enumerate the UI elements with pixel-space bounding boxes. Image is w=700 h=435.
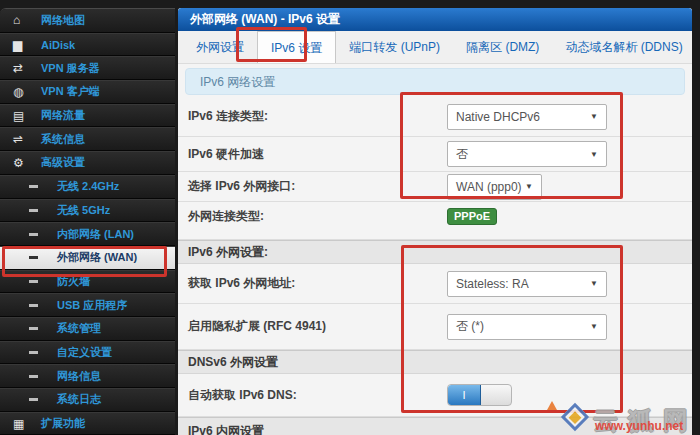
sidebar-item-label: 系统日志 [57, 392, 101, 407]
sidebar-item-system-log[interactable]: 系统日志 [0, 388, 175, 412]
chevron-down-icon: ▼ [590, 112, 598, 121]
select-value: 否 [456, 146, 468, 163]
field-row-wan-connection-type: 外网连接类型: PPPoE [178, 202, 692, 240]
dash-icon [29, 280, 38, 283]
field-label: IPv6 硬件加速 [188, 146, 447, 163]
dash-icon [29, 327, 38, 330]
field-label: 启用隐私扩展 (RFC 4941) [188, 318, 447, 335]
ipv6-hw-acceleration-select[interactable]: 否 ▼ [447, 141, 607, 167]
watermark: 云狐网 www.yunhu.net [559, 407, 698, 433]
triangle-icon [547, 401, 557, 410]
select-value: 否 (*) [456, 318, 484, 335]
sidebar-item-network-info[interactable]: 网络信息 [0, 364, 175, 388]
sidebar-item-system-info[interactable]: ⇌ 系统信息 [0, 127, 175, 151]
grid-icon: ▦ [13, 418, 41, 430]
sidebar-item-custom-settings[interactable]: 自定义设置 [0, 341, 175, 365]
watermark-url: www.yunhu.net [595, 419, 683, 433]
disk-icon: ▆ [13, 39, 41, 51]
chevron-down-icon: ▼ [590, 322, 598, 331]
sidebar-item-label: USB 应用程序 [57, 298, 127, 313]
field-label: IPv6 连接类型: [188, 108, 447, 125]
wrench-icon: ⚙ [13, 157, 41, 169]
sidebar-item-label: 扩展功能 [41, 416, 85, 431]
field-row-ipv6-hw-acceleration: IPv6 硬件加速 否 ▼ [178, 137, 692, 172]
select-value: Stateless: RA [456, 277, 529, 291]
settings-content: IPv6 网络设置 IPv6 连接类型: Native DHCPv6 ▼ IPv… [178, 64, 692, 435]
section-banner-ipv6-network: IPv6 网络设置 [185, 68, 685, 95]
home-icon: ⌂ [13, 14, 41, 26]
chevron-down-icon: ▼ [525, 182, 533, 191]
sidebar-item-vpn-client[interactable]: ◍ VPN 客户端 [0, 80, 175, 104]
auto-ipv6-dns-toggle[interactable]: I [447, 384, 512, 406]
field-label: 获取 IPv6 外网地址: [188, 275, 447, 292]
sidebar-item-system-admin[interactable]: 系统管理 [0, 317, 175, 341]
sidebar-item-label: 无线 2.4GHz [57, 179, 119, 194]
dash-icon [29, 304, 38, 307]
sidebar-item-label: 网络信息 [57, 369, 101, 384]
shuffle-icon: ⇌ [13, 133, 41, 145]
field-label: 外网连接类型: [188, 208, 447, 225]
sidebar-item-label: 系统管理 [57, 321, 101, 336]
dash-icon [29, 398, 38, 401]
sidebar-item-wireless-24ghz[interactable]: 无线 2.4GHz [0, 175, 175, 199]
sidebar-item-label: 系统信息 [41, 132, 85, 147]
field-row-ipv6-connection-type: IPv6 连接类型: Native DHCPv6 ▼ [178, 97, 692, 137]
sidebar-item-label: 自定义设置 [57, 345, 112, 360]
page-title: 外部网络 (WAN) - IPv6 设置 [178, 8, 692, 31]
sidebar-item-label: 网络流量 [41, 108, 85, 123]
tab-port-forwarding-upnp[interactable]: 端口转发 (UPnP) [336, 31, 453, 63]
sidebar-item-label: VPN 客户端 [41, 84, 100, 99]
sidebar-item-wireless-5ghz[interactable]: 无线 5GHz [0, 199, 175, 223]
tab-ipv6-settings[interactable]: IPv6 设置 [257, 31, 336, 63]
tab-ddns[interactable]: 动态域名解析 (DDNS) [552, 31, 692, 63]
bars-icon: ▤ [13, 110, 41, 122]
field-row-privacy-extension: 启用隐私扩展 (RFC 4941) 否 (*) ▼ [178, 304, 692, 350]
main-panel: 外部网络 (WAN) - IPv6 设置 外网设置 IPv6 设置 端口转发 (… [178, 8, 692, 435]
sidebar-item-aidisk[interactable]: ▆ AiDisk [0, 33, 175, 57]
sidebar-item-usb-apps[interactable]: USB 应用程序 [0, 293, 175, 317]
watermark-logo-icon [561, 403, 589, 431]
globe-icon: ◍ [13, 86, 41, 98]
dash-icon [29, 351, 38, 354]
ipv6-wan-address-select[interactable]: Stateless: RA ▼ [447, 271, 607, 297]
dash-icon [29, 375, 38, 378]
sidebar: ⌂ 网络地图 ▆ AiDisk ⇄ VPN 服务器 ◍ VPN 客户端 ▤ 网络… [0, 8, 175, 435]
tab-wan-settings[interactable]: 外网设置 [183, 31, 257, 63]
sidebar-item-label: 高级设置 [41, 155, 85, 170]
sidebar-item-label: 网络地图 [41, 13, 85, 28]
sidebar-item-label: AiDisk [41, 39, 75, 51]
tab-dmz[interactable]: 隔离区 (DMZ) [453, 31, 552, 63]
section-header-ipv6-wan: IPv6 外网设置: [178, 240, 692, 264]
field-label: 选择 IPv6 外网接口: [188, 178, 447, 195]
dash-icon [29, 256, 38, 259]
chevron-down-icon: ▼ [590, 279, 598, 288]
sidebar-item-label: 外部网络 (WAN) [57, 250, 137, 265]
ipv6-wan-interface-select[interactable]: WAN (ppp0) ▼ [447, 174, 542, 200]
sidebar-item-firewall[interactable]: 防火墙 [0, 270, 175, 294]
sync-arrows-icon: ⇄ [13, 62, 41, 74]
section-header-dnsv6-wan: DNSv6 外网设置 [178, 350, 692, 374]
privacy-extension-select[interactable]: 否 (*) ▼ [447, 314, 607, 340]
sidebar-item-lan[interactable]: 内部网络 (LAN) [0, 222, 175, 246]
tab-bar: 外网设置 IPv6 设置 端口转发 (UPnP) 隔离区 (DMZ) 动态域名解… [178, 31, 692, 64]
sidebar-item-wan[interactable]: 外部网络 (WAN) [0, 246, 175, 270]
pppoe-status-badge: PPPoE [447, 208, 497, 225]
sidebar-item-vpn-server[interactable]: ⇄ VPN 服务器 [0, 56, 175, 80]
sidebar-item-label: 防火墙 [57, 274, 90, 289]
ipv6-connection-type-select[interactable]: Native DHCPv6 ▼ [447, 104, 607, 130]
dash-icon [29, 233, 38, 236]
chevron-down-icon: ▼ [590, 150, 598, 159]
field-row-ipv6-wan-address: 获取 IPv6 外网地址: Stateless: RA ▼ [178, 264, 692, 304]
sidebar-item-traffic[interactable]: ▤ 网络流量 [0, 104, 175, 128]
sidebar-item-extensions[interactable]: ▦ 扩展功能 [0, 412, 175, 435]
dash-icon [29, 185, 38, 188]
watermark-logo-inner [569, 411, 582, 424]
sidebar-item-label: 内部网络 (LAN) [57, 227, 134, 242]
select-value: WAN (ppp0) [456, 180, 522, 194]
toggle-on-segment: I [448, 385, 481, 405]
field-label: 自动获取 IPv6 DNS: [188, 387, 447, 404]
sidebar-item-advanced-settings[interactable]: ⚙ 高级设置 [0, 151, 175, 175]
select-value: Native DHCPv6 [456, 110, 540, 124]
sidebar-item-label: 无线 5GHz [57, 203, 110, 218]
sidebar-item-network-map[interactable]: ⌂ 网络地图 [0, 9, 175, 33]
